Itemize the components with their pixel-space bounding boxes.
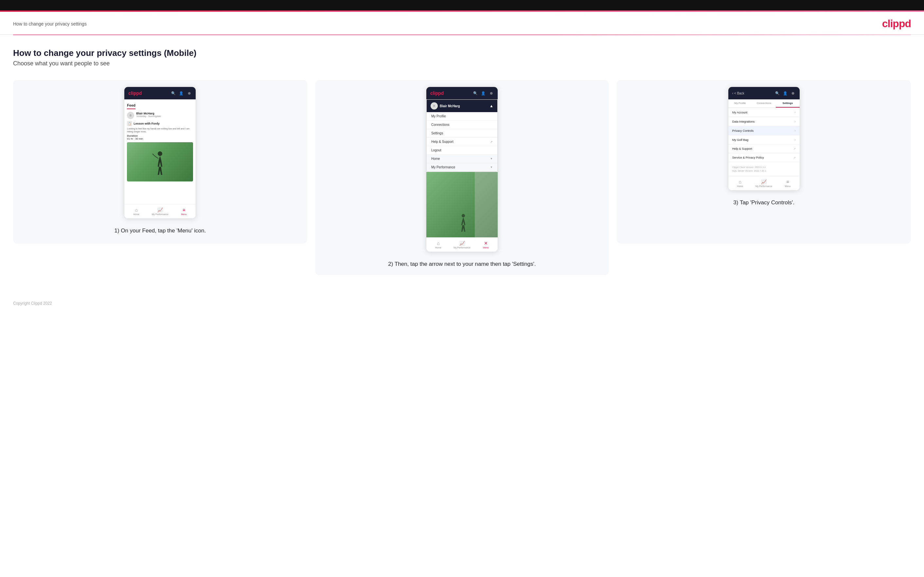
search-icon-3: 🔍 [775, 90, 780, 96]
menu-item-settings[interactable]: Settings [426, 129, 498, 138]
menu-section-home-label: Home [431, 157, 440, 161]
step-2-caption: 2) Then, tap the arrow next to your name… [388, 260, 536, 268]
menu-item-connections[interactable]: Connections [426, 121, 498, 129]
lesson-desc: Looking to feel like my hands are exitin… [127, 127, 193, 133]
performance-icon-3: 📈 [761, 179, 767, 184]
menu-section-performance[interactable]: My Performance ▼ [426, 163, 498, 172]
user-icon-3: 👤 [783, 90, 788, 96]
header-title: How to change your privacy settings [13, 21, 87, 26]
search-icon: 🔍 [171, 90, 176, 96]
bottom-nav-performance-label-1: My Performance [152, 213, 168, 216]
bottom-nav-menu-2[interactable]: ✕ Menu [474, 238, 498, 252]
bottom-nav-home-label-3: Home [737, 185, 743, 187]
chevron-dataintegrations: › [795, 120, 795, 123]
phone-logo-1: clippd [128, 90, 142, 96]
step-2-card: clippd 🔍 👤 ⊕ B Blair McHarg [315, 80, 609, 275]
menu-item-myprofile-label: My Profile [431, 114, 446, 118]
step-1-phone: clippd 🔍 👤 ⊕ Feed B Blair McHarg Yester [124, 87, 196, 219]
chevron-privacycontrols: › [795, 129, 795, 132]
svg-point-1 [462, 214, 465, 218]
menu-user-row: B Blair McHarg ▲ [426, 100, 498, 112]
bottom-nav-performance-1: 📈 My Performance [148, 204, 172, 218]
bottom-nav-home-3: ⌂ Home [729, 176, 752, 190]
duration-label: Duration [127, 134, 138, 137]
avatar-1: B [127, 112, 134, 119]
settings-item-helpsupport[interactable]: Help & Support ↗ [729, 145, 800, 153]
serviceprivacy-ext-icon: ↗ [793, 156, 796, 159]
menu-dropdown: B Blair McHarg ▲ My Profile Connections [426, 99, 498, 172]
bottom-nav-menu-1[interactable]: ≡ Menu [172, 204, 196, 218]
top-bar [0, 0, 924, 10]
bottom-nav-performance-label-2: My Performance [454, 247, 470, 249]
post-info: Blair McHarg Yesterday · Sunningdale [136, 112, 193, 118]
chevron-performance: ▼ [490, 166, 493, 169]
settings-list: My Account › Data Integrations › Privacy… [729, 108, 800, 162]
menu-icon-3: ≡ [786, 179, 789, 184]
avatar-2: B [431, 102, 438, 110]
golf-image [127, 142, 193, 181]
tab-connections[interactable]: Connections [752, 99, 776, 108]
expand-arrow: ▲ [489, 104, 493, 108]
performance-icon-1: 📈 [157, 207, 163, 213]
menu-item-helpsupport-label: Help & Support [431, 140, 454, 143]
phone-nav-bar-2: clippd 🔍 👤 ⊕ [426, 87, 498, 99]
phone-bottom-nav-3: ⌂ Home 📈 My Performance ≡ Menu [729, 176, 800, 190]
duration-row: Duration [127, 134, 193, 137]
menu-section-home[interactable]: Home ▼ [426, 155, 498, 163]
lesson-icon: 📋 [127, 121, 132, 126]
menu-item-logout-label: Logout [431, 148, 441, 152]
settings-tabs: My Profile Connections Settings [729, 99, 800, 108]
settings-icon-3: ⊕ [790, 90, 796, 96]
bottom-nav-performance-2: 📈 My Performance [450, 238, 474, 252]
phone-nav-icons-1: 🔍 👤 ⊕ [171, 90, 192, 96]
menu-item-helpsupport[interactable]: Help & Support ↗ [426, 138, 498, 146]
footer: Copyright Clippd 2022 [0, 295, 924, 312]
settings-item-myaccount-label: My Account [732, 111, 748, 114]
phone-nav-icons-2: 🔍 👤 ⊕ [473, 90, 494, 96]
screen2-bg: B Blair McHarg ▲ My Profile Connections [426, 99, 498, 237]
chevron-home: ▼ [490, 157, 493, 160]
step-3-phone: ‹ < Back 🔍 👤 ⊕ My Profile Connections Se… [728, 87, 800, 190]
settings-item-mygolfbag-label: My Golf Bag [732, 138, 749, 142]
bottom-nav-home-label-1: Home [133, 213, 139, 216]
menu-icon-1: ≡ [183, 207, 185, 213]
page-heading: How to change your privacy settings (Mob… [13, 48, 911, 58]
bottom-nav-menu-label-3: Menu [785, 185, 791, 187]
phone-bottom-nav-2: ⌂ Home 📈 My Performance ✕ Menu [426, 237, 498, 252]
bottom-nav-menu-label-1: Menu [181, 213, 187, 216]
home-icon-1: ⌂ [135, 207, 137, 213]
back-arrow-icon: ‹ [732, 92, 733, 95]
tab-settings[interactable]: Settings [776, 99, 800, 108]
settings-item-myaccount[interactable]: My Account › [729, 108, 800, 117]
bottom-nav-performance-label-3: My Performance [756, 185, 772, 187]
menu-item-myprofile[interactable]: My Profile [426, 112, 498, 121]
version-line1: Clippd Client Version: 2022.8.3-3 [732, 165, 796, 169]
back-button[interactable]: ‹ < Back [732, 92, 745, 95]
lesson-row: 📋 Lesson with Fordy [127, 121, 193, 126]
home-icon-3: ⌂ [739, 179, 741, 184]
menu-item-connections-label: Connections [431, 123, 449, 127]
step-1-caption: 1) On your Feed, tap the 'Menu' icon. [115, 227, 206, 235]
page-subheading: Choose what you want people to see [13, 60, 911, 67]
main-content: How to change your privacy settings (Mob… [0, 35, 924, 295]
bg-golf-image-2 [426, 172, 498, 237]
back-label: < Back [734, 92, 745, 95]
settings-item-serviceprivacy[interactable]: Service & Privacy Policy ↗ [729, 153, 800, 162]
phone-nav-bar-1: clippd 🔍 👤 ⊕ [124, 87, 195, 99]
settings-item-privacycontrols[interactable]: Privacy Controls › [729, 126, 800, 135]
settings-item-dataintegrations-label: Data Integrations [732, 120, 755, 123]
duration-value: 01 hr : 30 min [127, 137, 193, 140]
menu-section-performance-label: My Performance [431, 165, 455, 169]
menu-item-logout[interactable]: Logout [426, 146, 498, 155]
post-meta: Yesterday · Sunningdale [136, 115, 193, 118]
bottom-nav-home-label-2: Home [435, 247, 441, 249]
bottom-nav-menu-label-2: Menu [483, 247, 489, 249]
step-3-card: ‹ < Back 🔍 👤 ⊕ My Profile Connections Se… [617, 80, 911, 243]
settings-item-dataintegrations[interactable]: Data Integrations › [729, 117, 800, 126]
step-1-card: clippd 🔍 👤 ⊕ Feed B Blair McHarg Yester [13, 80, 307, 243]
bottom-nav-menu-3[interactable]: ≡ Menu [776, 176, 800, 190]
version-line2: GQL Server Version: 2022.7.30-1 [732, 169, 796, 172]
settings-item-mygolfbag[interactable]: My Golf Bag › [729, 135, 800, 145]
tab-myprofile[interactable]: My Profile [729, 99, 752, 108]
header: How to change your privacy settings clip… [0, 12, 924, 35]
